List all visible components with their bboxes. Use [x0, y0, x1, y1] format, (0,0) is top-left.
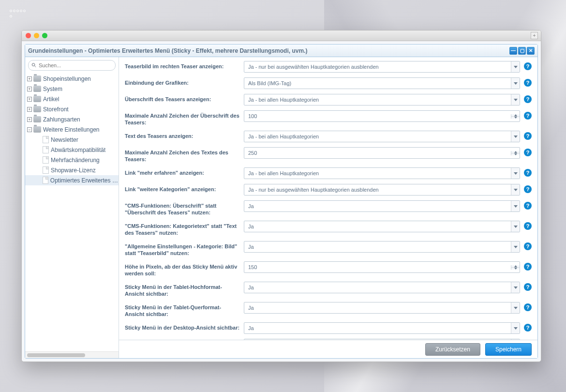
select-field[interactable]: Ja - bei allen Hauptkategorien	[244, 131, 520, 142]
chevron-down-icon[interactable]	[511, 61, 520, 72]
search-input[interactable]	[39, 62, 112, 68]
help-icon[interactable]: ?	[524, 185, 532, 193]
tree-item-label: Storefront	[43, 106, 69, 113]
help-icon[interactable]: ?	[524, 303, 532, 311]
window: + Grundeinstellungen - Optimiertes Erwei…	[21, 30, 541, 362]
select-field[interactable]: Ja	[244, 241, 520, 253]
folder-icon	[33, 86, 41, 92]
chevron-down-icon[interactable]	[511, 302, 520, 313]
expander-icon[interactable]: +	[27, 97, 32, 102]
chevron-down-icon[interactable]	[511, 78, 520, 89]
form-row: Maximale Anzahl Zeichen der Überschrift …	[125, 110, 532, 126]
chevron-down-icon[interactable]	[511, 201, 520, 211]
select-field[interactable]: Ja	[244, 322, 520, 334]
select-field[interactable]: Nein	[244, 339, 520, 340]
chevron-down-icon[interactable]	[511, 184, 520, 195]
spinner-down-icon[interactable]	[511, 117, 520, 119]
spinner-down-icon[interactable]	[511, 268, 520, 270]
select-field[interactable]: Ja - bei allen Hauptkategorien	[244, 94, 520, 106]
help-icon[interactable]: ?	[524, 283, 532, 291]
help-icon[interactable]: ?	[524, 149, 532, 156]
chevron-down-icon[interactable]	[511, 131, 520, 142]
select-field[interactable]: Ja	[244, 200, 520, 212]
select-field[interactable]: Ja	[244, 221, 520, 232]
help-icon[interactable]: ?	[524, 95, 532, 103]
tree-item-weitere-einstellungen[interactable]: −Weitere Einstellungen	[25, 124, 119, 135]
help-icon[interactable]: ?	[524, 222, 532, 230]
panel-maximize[interactable]: ▢	[518, 47, 526, 55]
tree-item-shopeinstellungen[interactable]: +Shopeinstellungen	[25, 74, 119, 84]
help-icon[interactable]: ?	[524, 169, 532, 177]
tree-item-optimiertes-erweitertes-men-[interactable]: Optimiertes Erweitertes Menü	[25, 175, 119, 185]
chevron-down-icon[interactable]	[511, 241, 520, 252]
select-field[interactable]: Ja	[244, 282, 520, 293]
reset-button[interactable]: Zurücksetzen	[425, 343, 480, 356]
tree-item-artikel[interactable]: +Artikel	[25, 94, 119, 104]
folder-icon	[33, 75, 41, 82]
number-field[interactable]: 250	[244, 147, 520, 159]
field-label: Einbindung der Grafiken:	[125, 77, 244, 86]
tree-item-system[interactable]: +System	[25, 84, 119, 94]
select-field[interactable]: Ja - nur bei ausgewählten Hauptkategorie…	[244, 184, 520, 196]
form-row: Teaserbild im rechten Teaser anzeigen:Ja…	[125, 61, 532, 73]
field-label: Maximale Anzahl Zeichen des Textes des T…	[125, 147, 244, 163]
tree-item-zahlungsarten[interactable]: +Zahlungsarten	[25, 114, 119, 124]
tree-item-label: Newsletter	[51, 136, 78, 143]
form-row: Einbindung der Grafiken:Als Bild (IMG-Ta…	[125, 77, 532, 89]
mac-zoom[interactable]	[42, 33, 47, 38]
field-value: Ja - nur bei ausgewählten Hauptkategorie…	[244, 64, 511, 70]
expander-icon[interactable]: +	[27, 76, 32, 81]
expander-icon[interactable]: +	[27, 87, 32, 91]
expander-icon[interactable]: −	[27, 127, 32, 132]
help-icon[interactable]: ?	[524, 62, 532, 70]
tree-item-abw-rtskompatibilit-t[interactable]: Abwärtskompatibilität	[25, 145, 119, 155]
tree-item-storefront[interactable]: +Storefront	[25, 104, 119, 114]
panel-minimize[interactable]: —	[509, 47, 517, 55]
field-value: Ja	[244, 224, 511, 229]
select-field[interactable]: Ja - nur bei ausgewählten Hauptkategorie…	[244, 61, 520, 73]
number-field[interactable]: 100	[244, 110, 520, 122]
number-field[interactable]: 150	[244, 261, 520, 273]
help-icon[interactable]: ?	[524, 112, 532, 120]
tree-item-newsletter[interactable]: Newsletter	[25, 135, 119, 145]
search-icon	[31, 62, 37, 68]
searchbox[interactable]	[28, 60, 116, 71]
folder-icon	[33, 126, 41, 133]
help-icon[interactable]: ?	[524, 202, 532, 210]
help-icon[interactable]: ?	[524, 263, 532, 271]
chevron-down-icon[interactable]	[511, 282, 520, 293]
field-value: Ja	[244, 285, 511, 290]
mac-plus[interactable]: +	[531, 32, 538, 39]
form-row: "CMS-Funktionen: Kategorietext" statt "T…	[125, 221, 532, 236]
panel-close[interactable]: ✕	[527, 47, 535, 55]
select-field[interactable]: Ja - bei allen Hauptkategorien	[244, 167, 520, 179]
sidebar-scrollbar[interactable]	[25, 351, 119, 358]
chevron-down-icon[interactable]	[511, 221, 520, 232]
help-icon[interactable]: ?	[524, 132, 532, 140]
tree-item-mehrfach-nderung[interactable]: Mehrfachänderung	[25, 155, 119, 165]
tree-item-label: Artikel	[43, 96, 59, 103]
field-label: Sticky Menü in der Desktop-Ansicht sicht…	[125, 322, 244, 331]
chevron-down-icon[interactable]	[511, 323, 520, 333]
chevron-down-icon[interactable]	[511, 168, 520, 179]
mac-titlebar: +	[22, 30, 541, 41]
help-icon[interactable]: ?	[524, 242, 532, 250]
expander-icon[interactable]: +	[27, 107, 32, 112]
select-field[interactable]: Ja	[244, 302, 520, 314]
expander-icon[interactable]: +	[27, 117, 32, 122]
chevron-down-icon[interactable]	[511, 339, 520, 340]
tree-item-label: Optimiertes Erweitertes Menü	[50, 177, 119, 184]
spinner-down-icon[interactable]	[511, 153, 520, 155]
panel-title: Grundeinstellungen - Optimiertes Erweite…	[28, 47, 307, 54]
save-button[interactable]: Speichern	[485, 343, 532, 356]
panel-header: Grundeinstellungen - Optimiertes Erweite…	[25, 45, 537, 57]
chevron-down-icon[interactable]	[511, 94, 520, 105]
select-field[interactable]: Als Bild (IMG-Tag)	[244, 77, 520, 89]
file-icon	[43, 177, 48, 184]
form-row: Maximale Anzahl Zeichen des Textes des T…	[125, 147, 532, 163]
help-icon[interactable]: ?	[524, 324, 532, 332]
mac-minimize[interactable]	[34, 33, 39, 38]
mac-close[interactable]	[26, 33, 31, 38]
help-icon[interactable]: ?	[524, 79, 532, 87]
tree-item-shopware-lizenz[interactable]: Shopware-Lizenz	[25, 165, 119, 175]
